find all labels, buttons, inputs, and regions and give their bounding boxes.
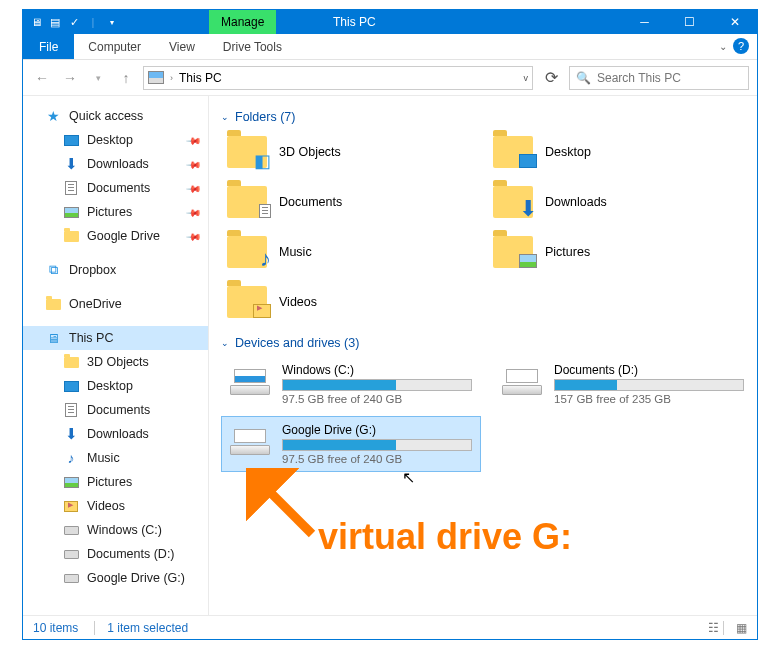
folder-desktop[interactable]: Desktop	[487, 130, 753, 174]
ribbon-file[interactable]: File	[23, 34, 74, 59]
sidebar-item-music[interactable]: ♪Music	[23, 446, 208, 470]
address-input[interactable]	[179, 71, 518, 85]
sidebar-item-google-drive[interactable]: Google Drive📌	[23, 224, 208, 248]
folder-documents[interactable]: Documents	[221, 180, 487, 224]
folder-music[interactable]: ♪Music	[221, 230, 487, 274]
address-dropdown-icon[interactable]: v	[524, 73, 529, 83]
search-icon: 🔍	[576, 71, 591, 85]
folder-downloads[interactable]: ⬇Downloads	[487, 180, 753, 224]
folder-icon	[227, 286, 267, 318]
group-header-drives[interactable]: ⌄Devices and drives (3)	[221, 336, 753, 350]
window-title: This PC	[333, 10, 376, 34]
tiles-view-button[interactable]: ▦	[723, 621, 747, 635]
chevron-down-icon: ⌄	[221, 338, 229, 348]
qat-check-icon[interactable]: ✓	[67, 15, 81, 29]
folder-3d-objects[interactable]: ◧3D Objects	[221, 130, 487, 174]
pc-icon: 🖥	[45, 330, 61, 346]
refresh-button[interactable]: ⟳	[539, 68, 563, 87]
folder-icon	[64, 231, 79, 242]
navigation-pane: ★Quick access Desktop📌 ⬇Downloads📌 Docum…	[23, 96, 209, 615]
search-placeholder: Search This PC	[597, 71, 681, 85]
forward-button[interactable]: →	[59, 67, 81, 89]
sidebar-quick-access[interactable]: ★Quick access	[23, 104, 208, 128]
sidebar-this-pc[interactable]: 🖥This PC	[23, 326, 208, 350]
folder-icon	[227, 186, 267, 218]
group-header-folders[interactable]: ⌄Folders (7)	[221, 110, 753, 124]
star-icon: ★	[45, 108, 61, 124]
pc-icon: 🖥	[29, 15, 43, 29]
search-box[interactable]: 🔍 Search This PC	[569, 66, 749, 90]
pin-icon: 📌	[186, 156, 202, 172]
titlebar: 🖥 ▤ ✓ | ▾ Manage This PC ─ ☐ ✕	[23, 10, 757, 34]
folder-videos[interactable]: Videos	[221, 280, 487, 324]
ribbon-drive-tools[interactable]: Drive Tools	[209, 34, 296, 59]
pin-icon: 📌	[186, 204, 202, 220]
document-icon	[65, 181, 77, 195]
pin-icon: 📌	[186, 180, 202, 196]
qat-divider: |	[86, 15, 100, 29]
minimize-button[interactable]: ─	[622, 10, 667, 34]
video-icon	[64, 501, 78, 512]
desktop-icon	[64, 381, 79, 392]
music-icon: ♪	[63, 450, 79, 466]
ribbon-view[interactable]: View	[155, 34, 209, 59]
sidebar-dropbox[interactable]: ⧉Dropbox	[23, 258, 208, 282]
address-bar[interactable]: › v	[143, 66, 533, 90]
drive-google-drive-g[interactable]: Google Drive (G:)97.5 GB free of 240 GB	[221, 416, 481, 472]
maximize-button[interactable]: ☐	[667, 10, 712, 34]
content-area: ⌄Folders (7) ◧3D Objects Desktop Documen…	[209, 96, 757, 615]
status-bar: 10 items 1 item selected ☷ ▦	[23, 615, 757, 639]
sidebar-item-pictures[interactable]: Pictures📌	[23, 200, 208, 224]
folder-icon: ♪	[227, 236, 267, 268]
drive-icon	[228, 365, 272, 395]
sidebar-item-downloads[interactable]: ⬇Downloads	[23, 422, 208, 446]
sidebar-item-desktop[interactable]: Desktop	[23, 374, 208, 398]
pc-icon	[148, 71, 164, 84]
up-button[interactable]: ↑	[115, 67, 137, 89]
ribbon-collapse-icon[interactable]: ⌄	[719, 41, 727, 52]
drive-icon	[64, 550, 79, 559]
status-item-count: 10 items	[33, 621, 78, 635]
drive-windows-c[interactable]: Windows (C:)97.5 GB free of 240 GB	[221, 356, 481, 412]
sidebar-item-documents[interactable]: Documents	[23, 398, 208, 422]
drive-icon	[64, 574, 79, 583]
chevron-down-icon: ⌄	[221, 112, 229, 122]
recent-locations-icon[interactable]: ▾	[87, 67, 109, 89]
folder-icon	[493, 236, 533, 268]
sidebar-item-3d-objects[interactable]: 3D Objects	[23, 350, 208, 374]
ribbon-computer[interactable]: Computer	[74, 34, 155, 59]
back-button[interactable]: ←	[31, 67, 53, 89]
ribbon: File Computer View Drive Tools ⌄ ?	[23, 34, 757, 60]
details-view-button[interactable]: ☷	[708, 621, 719, 635]
sidebar-item-desktop[interactable]: Desktop📌	[23, 128, 208, 152]
manage-context-tab[interactable]: Manage	[209, 10, 276, 34]
sidebar-item-videos[interactable]: Videos	[23, 494, 208, 518]
sidebar-item-google-drive-g[interactable]: Google Drive (G:)	[23, 566, 208, 590]
sidebar-item-documents[interactable]: Documents📌	[23, 176, 208, 200]
dropbox-icon: ⧉	[45, 262, 61, 278]
sidebar-onedrive[interactable]: OneDrive	[23, 292, 208, 316]
status-selected-count: 1 item selected	[94, 621, 188, 635]
sidebar-item-downloads[interactable]: ⬇Downloads📌	[23, 152, 208, 176]
qat-dropdown-icon[interactable]: ▾	[105, 15, 119, 29]
sidebar-item-pictures[interactable]: Pictures	[23, 470, 208, 494]
pin-icon: 📌	[186, 228, 202, 244]
close-button[interactable]: ✕	[712, 10, 757, 34]
folder-icon: ◧	[227, 136, 267, 168]
folder-icon	[46, 299, 61, 310]
folder-icon	[493, 136, 533, 168]
help-icon[interactable]: ?	[733, 38, 749, 54]
qat-props-icon[interactable]: ▤	[48, 15, 62, 29]
drive-documents-d[interactable]: Documents (D:)157 GB free of 235 GB	[493, 356, 753, 412]
pin-icon: 📌	[186, 132, 202, 148]
pictures-icon	[64, 477, 79, 488]
pictures-icon	[64, 207, 79, 218]
document-icon	[65, 403, 77, 417]
drive-icon	[500, 365, 544, 395]
sidebar-item-documents-d[interactable]: Documents (D:)	[23, 542, 208, 566]
chevron-right-icon: ›	[170, 73, 173, 83]
folder-icon	[64, 357, 79, 368]
sidebar-item-windows-c[interactable]: Windows (C:)	[23, 518, 208, 542]
download-icon: ⬇	[63, 156, 79, 172]
folder-pictures[interactable]: Pictures	[487, 230, 753, 274]
